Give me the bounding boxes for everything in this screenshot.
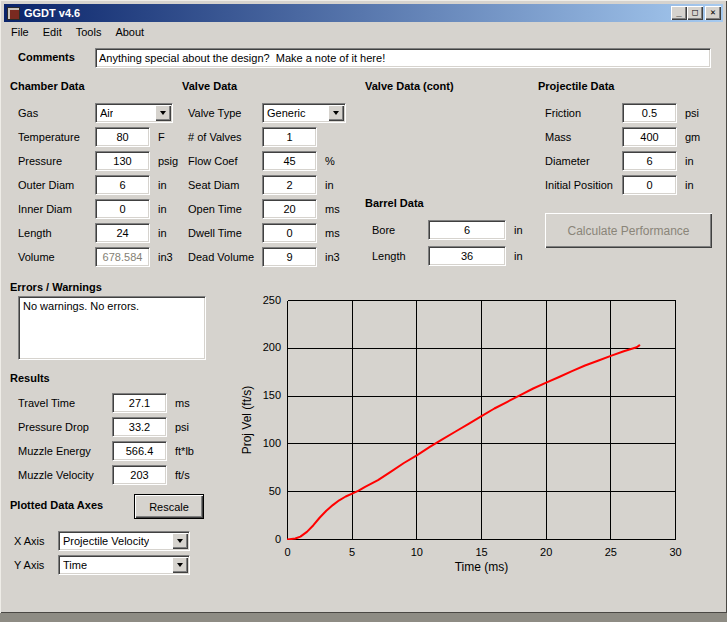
y-tick-label: 150 — [249, 389, 281, 401]
y-axis-select[interactable]: Time — [58, 555, 190, 575]
chamber-volume-output — [95, 247, 150, 267]
maximize-button[interactable]: □ — [687, 6, 703, 20]
x-tick-label: 30 — [661, 546, 691, 558]
chevron-down-icon — [177, 563, 183, 567]
valve-type-select[interactable]: Generic — [262, 103, 346, 123]
menu-about[interactable]: About — [108, 24, 151, 40]
gas-select[interactable]: Air — [95, 103, 173, 123]
inner-diam-input[interactable] — [95, 199, 150, 219]
minimize-button[interactable]: _ — [671, 6, 687, 20]
mass-label: Mass — [545, 131, 622, 143]
gas-selected-value: Air — [100, 107, 113, 119]
chart-x-axis-label: Time (ms) — [287, 560, 676, 574]
barrel-length-unit: in — [514, 250, 523, 262]
initial-position-unit: in — [685, 179, 694, 191]
muzzle-energy-row: Muzzle Energy ft*lb — [18, 441, 194, 461]
outer-diam-label: Outer Diam — [18, 179, 95, 191]
results-header: Results — [10, 372, 50, 384]
temperature-input[interactable] — [95, 127, 150, 147]
bore-label: Bore — [372, 224, 428, 236]
diameter-label: Diameter — [545, 155, 622, 167]
dropdown-arrow-button[interactable] — [172, 533, 188, 549]
window-controls: _ □ ✕ — [671, 6, 721, 20]
menubar: File Edit Tools About — [4, 22, 723, 41]
chevron-down-icon — [177, 539, 183, 543]
chamber-volume-unit: in3 — [158, 251, 173, 263]
num-valves-label: # of Valves — [188, 131, 262, 143]
menu-file[interactable]: File — [4, 24, 36, 40]
comments-input[interactable] — [95, 48, 711, 68]
bore-input[interactable] — [428, 220, 506, 240]
friction-input[interactable] — [622, 103, 677, 123]
dropdown-arrow-button[interactable] — [328, 105, 344, 121]
flow-coef-row: Flow Coef % — [188, 151, 335, 171]
pressure-unit: psig — [158, 155, 178, 167]
dropdown-arrow-button[interactable] — [155, 105, 171, 121]
rescale-button[interactable]: Rescale — [134, 494, 204, 519]
outer-diam-input[interactable] — [95, 175, 150, 195]
close-button[interactable]: ✕ — [705, 6, 721, 20]
plotted-data-axes-header: Plotted Data Axes — [10, 499, 103, 511]
app-window: GGDT v4.6 _ □ ✕ File Edit Tools About Co… — [0, 0, 727, 613]
dead-volume-row: Dead Volume in3 — [188, 247, 340, 267]
muzzle-velocity-label: Muzzle Velocity — [18, 469, 112, 481]
diameter-row: Diameter in — [545, 151, 694, 171]
titlebar[interactable]: GGDT v4.6 _ □ ✕ — [4, 4, 723, 22]
num-valves-row: # of Valves — [188, 127, 325, 147]
calculate-performance-button[interactable]: Calculate Performance — [545, 213, 712, 248]
dwell-time-input[interactable] — [262, 223, 317, 243]
open-time-label: Open Time — [188, 203, 262, 215]
x-axis-row: X Axis Projectile Velocity — [14, 531, 190, 551]
barrel-length-input[interactable] — [428, 246, 506, 266]
num-valves-input[interactable] — [262, 127, 317, 147]
window-title: GGDT v4.6 — [24, 7, 671, 19]
muzzle-energy-unit: ft*lb — [175, 445, 194, 457]
x-axis-select[interactable]: Projectile Velocity — [58, 531, 190, 551]
pressure-drop-row: Pressure Drop psi — [18, 417, 189, 437]
travel-time-label: Travel Time — [18, 397, 112, 409]
y-axis-selected-value: Time — [63, 559, 87, 571]
flow-coef-input[interactable] — [262, 151, 317, 171]
valve-type-selected-value: Generic — [267, 107, 306, 119]
x-tick-label: 20 — [531, 546, 561, 558]
muzzle-energy-output — [112, 441, 167, 461]
menu-edit[interactable]: Edit — [36, 24, 69, 40]
flow-coef-unit: % — [325, 155, 335, 167]
diameter-input[interactable] — [622, 151, 677, 171]
y-axis-row: Y Axis Time — [14, 555, 190, 575]
initial-position-input[interactable] — [622, 175, 677, 195]
pressure-drop-label: Pressure Drop — [18, 421, 112, 433]
dropdown-arrow-button[interactable] — [172, 557, 188, 573]
open-time-input[interactable] — [262, 199, 317, 219]
menu-tools[interactable]: Tools — [69, 24, 109, 40]
outer-diam-unit: in — [158, 179, 167, 191]
y-tick-label: 200 — [249, 341, 281, 353]
chamber-length-input[interactable] — [95, 223, 150, 243]
diameter-unit: in — [685, 155, 694, 167]
mass-row: Mass gm — [545, 127, 700, 147]
x-tick-label: 15 — [467, 546, 497, 558]
temperature-unit: F — [158, 131, 165, 143]
y-axis-label: Y Axis — [14, 559, 58, 571]
chevron-down-icon — [333, 111, 339, 115]
pressure-label: Pressure — [18, 155, 95, 167]
bore-row: Bore in — [372, 220, 523, 240]
x-tick-label: 25 — [596, 546, 626, 558]
barrel-data-header: Barrel Data — [365, 197, 424, 209]
seat-diam-unit: in — [325, 179, 334, 191]
pressure-row: Pressure psig — [18, 151, 178, 171]
errors-warnings-box: No warnings. No errors. — [18, 296, 206, 360]
friction-row: Friction psi — [545, 103, 699, 123]
valve-type-row: Valve Type Generic — [188, 103, 346, 123]
initial-position-label: Initial Position — [545, 179, 622, 191]
dead-volume-unit: in3 — [325, 251, 340, 263]
dead-volume-input[interactable] — [262, 247, 317, 267]
pressure-drop-output — [112, 417, 167, 437]
chamber-length-label: Length — [18, 227, 95, 239]
seat-diam-input[interactable] — [262, 175, 317, 195]
mass-input[interactable] — [622, 127, 677, 147]
comments-label: Comments — [18, 51, 75, 63]
temperature-row: Temperature F — [18, 127, 165, 147]
pressure-input[interactable] — [95, 151, 150, 171]
x-axis-label: X Axis — [14, 535, 58, 547]
